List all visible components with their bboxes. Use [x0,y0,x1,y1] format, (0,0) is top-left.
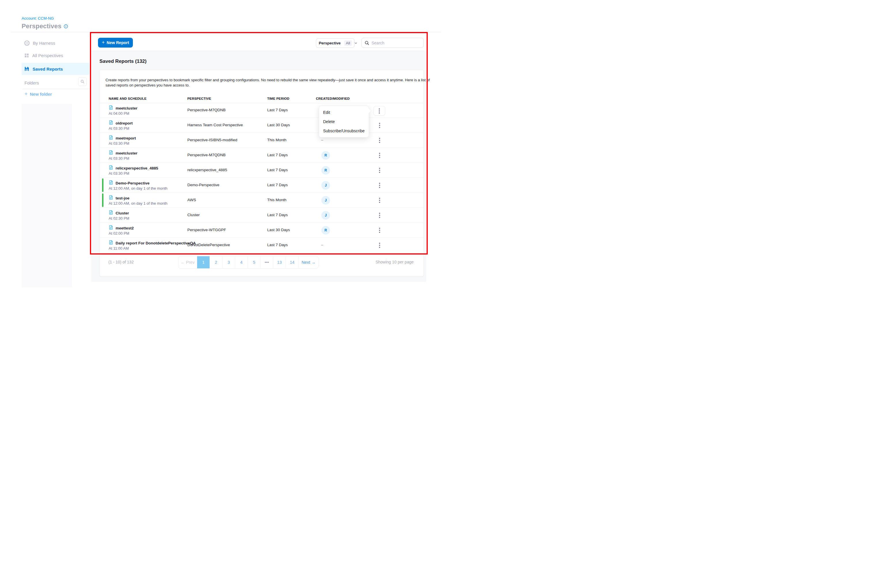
row-menu-button[interactable] [376,136,384,144]
info-icon[interactable] [64,24,68,28]
table-row[interactable]: meettest2 At 02:00 PM Perspective-WTGGPF… [100,223,423,238]
report-name: oldreport [116,121,133,125]
row-menu-button[interactable] [376,196,384,204]
pagination-page-4[interactable]: 4 [235,256,248,268]
report-schedule: At 03:30 PM [109,126,129,130]
perspective-cell: Cluster [188,213,200,217]
report-name: meettest2 [116,226,134,230]
report-icon [109,165,113,171]
context-menu-subscribe[interactable]: Subscribe/Unsubscribe [319,126,369,135]
time-period-cell: This Month [267,198,286,202]
description: Create reports from your perspectives to… [105,78,420,88]
perspective-cell: AWS [188,198,196,202]
row-menu-button-active[interactable] [374,106,385,116]
time-period-cell: Last 7 Days [267,183,288,187]
context-menu-delete[interactable]: Delete [319,117,369,126]
row-menu-button[interactable] [376,152,384,159]
plus-icon: + [102,39,105,45]
perspective-cell: Perspective-M7QDNB [188,153,226,157]
sidebar-item-label: All Perspectives [32,53,63,58]
sidebar-item-label: Saved Reports [33,67,63,72]
harness-logo-icon [24,40,30,46]
row-menu-button[interactable] [376,166,384,174]
row-menu-button[interactable] [376,182,384,189]
created-by-avatar: J [321,196,330,205]
pagination-page-3[interactable]: 3 [222,256,235,268]
column-header-time-period: TIME PERIOD [267,97,290,100]
pagination-page-13[interactable]: 13 [273,256,286,268]
row-menu-button[interactable] [376,242,384,249]
report-icon [109,225,113,231]
report-icon [109,195,113,201]
new-folder-button[interactable]: + New folder [24,91,52,97]
row-menu-button[interactable] [376,226,384,234]
created-by-avatar: R [321,166,330,175]
account-breadcrumb[interactable]: Account: CCM-NG [22,16,54,21]
floppy-disk-icon [24,66,29,72]
report-name: meetcluster [116,106,138,110]
sidebar-item-label: By Harness [33,40,56,45]
report-icon [109,150,113,156]
created-by-avatar: J [321,181,330,190]
pagination-page-1[interactable]: 1 [197,256,210,268]
sidebar-folders-panel [22,104,72,287]
report-schedule: At 03:30 PM [109,141,129,146]
time-period-cell: Last 7 Days [267,108,288,112]
sidebar-item-saved-reports[interactable]: Saved Reports [22,63,89,75]
active-schedule-indicator [102,178,104,192]
sidebar-item-by-harness[interactable]: By Harness [22,38,89,48]
search-icon [80,80,84,84]
report-icon [109,240,113,246]
page-title: Perspectives [22,22,62,30]
sidebar-item-all-perspectives[interactable]: All Perspectives [22,51,89,60]
perspective-cell: DoNotDeletePerspective [188,243,230,247]
report-schedule: At 02:00 PM [109,231,129,236]
search-input[interactable] [372,40,424,45]
pagination-next-button[interactable]: Next → [298,256,318,268]
report-name: meetcluster [116,151,138,155]
table-row[interactable]: meetreport At 03:30 PM Perspective-ISIBN… [100,133,423,148]
table-row[interactable]: relicxperspective_4885 At 03:30 PM relic… [100,163,423,178]
table-row[interactable]: meetcluster At 03:30 PM Perspective-M7QD… [100,148,423,163]
folders-search-button[interactable] [78,77,87,86]
report-icon [109,105,113,111]
pagination-page-5[interactable]: 5 [248,256,260,268]
pagination-page-2[interactable]: 2 [210,256,222,268]
table-row[interactable]: Cluster At 02:30 PM Cluster Last 7 Days … [100,208,423,223]
time-period-cell: This Month [267,138,286,142]
report-schedule: At 03:30 PM [109,171,129,176]
saved-reports-heading: Saved Reports (132) [99,58,146,64]
perspectives-page: Account: CCM-NG Perspectives By Harness … [0,0,441,294]
time-period-cell: Last 7 Days [267,168,288,172]
table-row[interactable]: Daily report For DonotdeletePerspectiveQ… [100,238,423,253]
perspective-cell: Perspective-WTGGPF [188,228,226,232]
folders-label: Folders [24,80,39,86]
context-menu-edit[interactable]: Edit [319,108,369,117]
page-title-wrap: Perspectives [22,22,68,30]
grid-icon [24,53,29,58]
created-by-avatar: R [321,226,330,235]
description-line-1: Create reports from your perspectives to… [105,78,420,83]
created-by-avatar: R [321,151,330,160]
new-report-button[interactable]: + New Report [98,38,133,48]
plus-icon: + [24,91,28,97]
table-row[interactable]: Demo-Perspective At 12:00 AM, on day 1 o… [100,178,423,193]
new-folder-label: New folder [30,92,52,96]
created-by-empty: – [321,243,323,247]
report-schedule: At 02:30 PM [109,216,129,220]
report-schedule: At 12:00 AM, on day 1 of the month [109,186,168,190]
perspective-filter-dropdown[interactable]: Perspective All [316,38,354,48]
pagination-page-14[interactable]: 14 [286,256,298,268]
perspective-cell: Perspective-M7QDNB [188,108,226,112]
row-menu-button[interactable] [376,122,384,129]
time-period-cell: Last 7 Days [267,243,288,247]
table-row[interactable]: test-joe At 12:00 AM, on day 1 of the mo… [100,193,423,208]
per-page-label: Showing 10 per page [376,260,414,264]
row-menu-button[interactable] [376,212,384,219]
report-icon [109,210,113,216]
folders-divider [22,89,89,89]
report-icon [109,135,113,141]
table-row[interactable]: oldreport At 03:30 PM Harness Team Cost … [100,118,423,133]
pagination-prev-button[interactable]: ← Prev [178,256,197,268]
saved-reports-card: Create reports from your perspectives to… [99,70,424,276]
